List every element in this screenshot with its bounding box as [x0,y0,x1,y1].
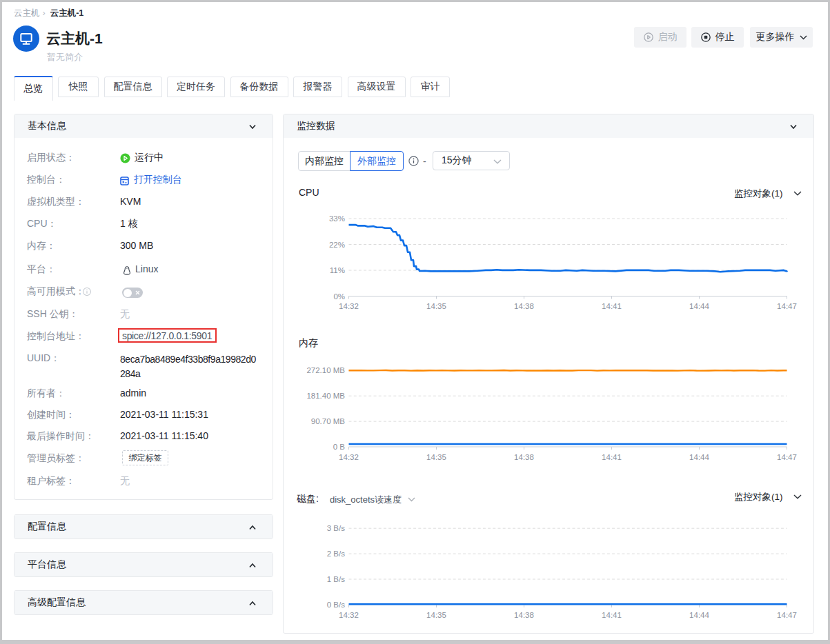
svg-text:2 B/s: 2 B/s [327,550,345,558]
svg-text:14:35: 14:35 [426,453,446,461]
svg-text:272.10 MB: 272.10 MB [306,366,345,374]
svg-text:0 B: 0 B [333,443,346,451]
svg-text:14:47: 14:47 [777,302,797,310]
svg-text:14:47: 14:47 [777,611,797,619]
svg-text:0 B/s: 0 B/s [327,601,345,609]
svg-text:11%: 11% [330,266,345,274]
svg-text:14:47: 14:47 [777,453,797,461]
svg-text:1 B/s: 1 B/s [327,575,345,583]
svg-text:14:44: 14:44 [689,453,709,461]
svg-text:14:32: 14:32 [339,453,359,461]
svg-text:14:44: 14:44 [689,302,709,310]
svg-text:14:41: 14:41 [602,453,622,461]
svg-text:22%: 22% [329,241,345,249]
svg-text:14:38: 14:38 [514,302,534,310]
svg-text:14:32: 14:32 [339,302,359,310]
svg-text:3 B/s: 3 B/s [327,524,345,532]
svg-text:33%: 33% [329,214,345,223]
svg-text:14:41: 14:41 [602,611,622,619]
svg-text:14:38: 14:38 [514,611,534,619]
svg-text:14:35: 14:35 [426,611,446,619]
svg-text:14:32: 14:32 [339,611,359,619]
svg-text:14:44: 14:44 [689,611,709,619]
svg-text:14:35: 14:35 [426,302,446,310]
svg-text:14:38: 14:38 [514,453,534,461]
svg-text:181.40 MB: 181.40 MB [306,392,345,400]
svg-text:14:41: 14:41 [602,302,622,310]
svg-text:0%: 0% [333,292,345,301]
svg-text:90.70 MB: 90.70 MB [311,417,346,425]
